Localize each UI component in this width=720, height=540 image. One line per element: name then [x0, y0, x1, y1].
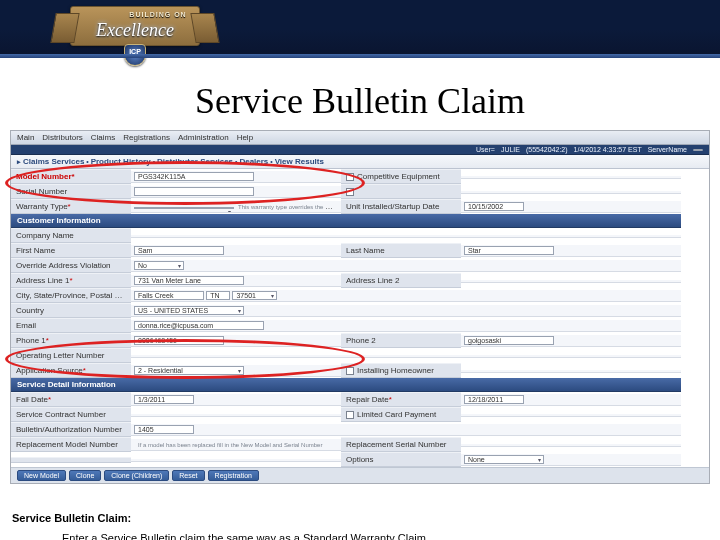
banner: BUILDING ON Excellence ICP	[0, 0, 720, 58]
user-name: JULIE	[501, 146, 520, 153]
badge-script: Excellence	[60, 20, 210, 41]
menu-registrations[interactable]: Registrations	[123, 133, 170, 142]
label-options: Options	[341, 452, 461, 467]
badge-shield-text: ICP	[125, 48, 145, 55]
notes-heading: Service Bulletin Claim:	[12, 512, 131, 524]
select-options[interactable]: None	[464, 455, 544, 464]
label-phone1: Phone 1	[11, 333, 131, 348]
input-repair-date[interactable]: 12/18/2011	[464, 395, 524, 404]
menu-distributors[interactable]: Distributors	[42, 133, 82, 142]
bc-item[interactable]: Product History	[91, 157, 151, 166]
bc-item[interactable]: Dealers	[239, 157, 268, 166]
menu-claims[interactable]: Claims	[91, 133, 115, 142]
label-last-name: Last Name	[341, 243, 461, 258]
input-phone1[interactable]: 8006468456	[134, 336, 224, 345]
user-ts: 1/4/2012 4:33:57 EST	[574, 146, 642, 153]
label-competitive: Competitive Equipment	[341, 169, 461, 184]
label-addr1: Address Line 1	[11, 273, 131, 288]
label-csz: City, State/Province, Postal Code	[11, 288, 131, 303]
checkbox-install-homeowner[interactable]	[346, 367, 354, 375]
notes-line-1: Enter a Service Bulletin claim the same …	[62, 532, 708, 540]
menu-administration[interactable]: Administration	[178, 133, 229, 142]
bc-item[interactable]: View Results	[275, 157, 324, 166]
label-serial: Serial Number	[11, 184, 131, 199]
label-bulletin-auth: Bulletin/Authorization Number	[11, 422, 131, 437]
notes: Service Bulletin Claim: Enter a Service …	[12, 512, 708, 540]
bc-item[interactable]: Claims Services	[23, 157, 84, 166]
hint-wt: This warranty type overrides the model w…	[238, 204, 341, 210]
btn-new-model[interactable]: New Model	[17, 470, 66, 481]
label-blank	[11, 457, 131, 463]
userbar: User= JULIE (55542042:2) 1/4/2012 4:33:5…	[11, 145, 709, 155]
input-model[interactable]: PGS342K115A	[134, 172, 254, 181]
label-phone2: Phone 2	[341, 333, 461, 348]
label-replacement-model: Replacement Model Number	[11, 437, 131, 452]
label-fail-date: Fail Date	[11, 392, 131, 407]
hint-replace: If a model has been replaced fill in the…	[138, 442, 322, 448]
btn-reset[interactable]: Reset	[172, 470, 204, 481]
menubar: Main Distributors Claims Registrations A…	[11, 131, 709, 145]
input-state[interactable]: TN	[206, 291, 230, 300]
label-company: Company Name	[11, 228, 131, 243]
label-replacement-serial: Replacement Serial Number	[341, 437, 461, 452]
label-cell-blank	[341, 184, 461, 199]
select-country[interactable]: US - UNITED STATES	[134, 306, 244, 315]
app-window: Main Distributors Claims Registrations A…	[10, 130, 710, 484]
label-addr2: Address Line 2	[341, 273, 461, 288]
excellence-badge: BUILDING ON Excellence ICP	[50, 6, 220, 76]
input-unit-date[interactable]: 10/15/2002	[464, 202, 524, 211]
menu-help[interactable]: Help	[237, 133, 253, 142]
checkbox-limited-card[interactable]	[346, 411, 354, 419]
label-install-homeowner: Installing Homeowner	[341, 363, 461, 378]
buttonbar: New Model Clone Clone (Children) Reset R…	[11, 467, 709, 483]
input-last-name[interactable]: Star	[464, 246, 554, 255]
section-service-detail: Service Detail Information	[11, 378, 681, 392]
label-model: Model Number	[11, 169, 131, 184]
label-repair-date: Repair Date	[341, 392, 461, 407]
label-first-name: First Name	[11, 243, 131, 258]
form-grid: Model Number PGS342K115A Competitive Equ…	[11, 169, 709, 467]
btn-clone-children[interactable]: Clone (Children)	[104, 470, 169, 481]
select-app-source[interactable]: 2 - Residential	[134, 366, 244, 375]
server-value	[693, 149, 703, 151]
label-email: Email	[11, 318, 131, 333]
btn-registration[interactable]: Registration	[208, 470, 259, 481]
input-fail-date[interactable]: 1/3/2011	[134, 395, 194, 404]
badge-top-text: BUILDING ON	[97, 11, 219, 18]
breadcrumb: ▸ Claims Services • Product History • Di…	[11, 155, 709, 169]
bc-item[interactable]: Distributor Services	[157, 157, 233, 166]
input-first-name[interactable]: Sam	[134, 246, 224, 255]
label-override: Override Address Violation	[11, 258, 131, 273]
select-override[interactable]: No	[134, 261, 184, 270]
input-city[interactable]: Falls Creek	[134, 291, 204, 300]
label-warranty-type: Warranty Type	[11, 199, 131, 214]
user-sid: (55542042:2)	[526, 146, 568, 153]
input-addr1[interactable]: 731 Van Meter Lane	[134, 276, 244, 285]
input-bulletin-auth[interactable]: 1405	[134, 425, 194, 434]
checkbox-competitive[interactable]	[346, 173, 354, 181]
label-service-contract: Service Contract Number	[11, 407, 131, 422]
label-country: Country	[11, 303, 131, 318]
input-email[interactable]: donna.rice@icpusa.com	[134, 321, 264, 330]
checkbox-unknown[interactable]	[346, 188, 354, 196]
input-zip[interactable]: 37501	[232, 291, 277, 300]
menu-main[interactable]: Main	[17, 133, 34, 142]
server-label: ServerName	[648, 146, 687, 153]
section-customer-info: Customer Information	[11, 214, 681, 228]
label-unit-install: Unit Installed/Startup Date	[341, 199, 461, 214]
btn-clone[interactable]: Clone	[69, 470, 101, 481]
slide-title: Service Bulletin Claim	[0, 80, 720, 122]
label-op-letter: Operating Letter Number	[11, 348, 131, 363]
select-warranty-type[interactable]	[134, 207, 234, 209]
input-serial[interactable]	[134, 187, 254, 196]
input-phone2[interactable]: golgosaski	[464, 336, 554, 345]
user-label: User=	[476, 146, 495, 153]
label-app-source: Application Source	[11, 363, 131, 378]
label-limited-card: Limited Card Payment	[341, 407, 461, 422]
